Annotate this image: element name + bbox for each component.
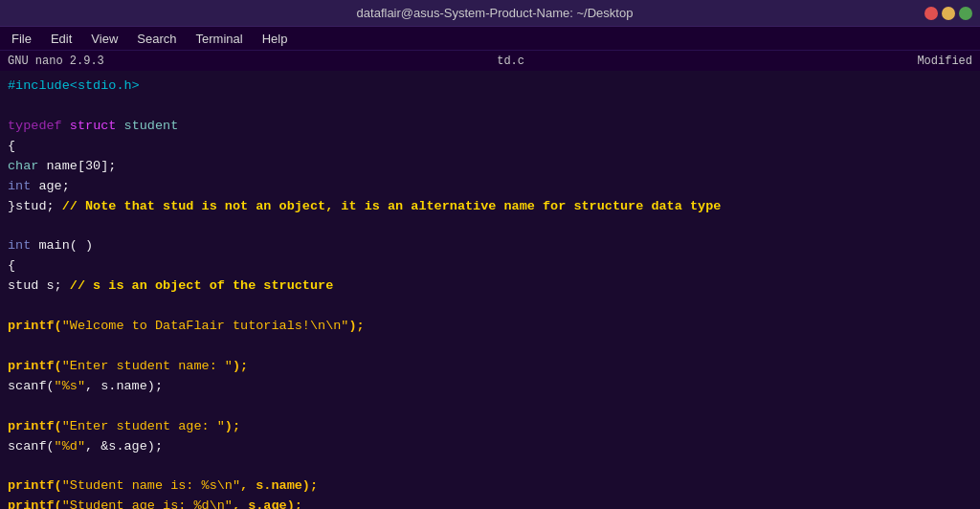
code-line: #include<stdio.h> — [8, 77, 972, 97]
code-token: age; — [31, 179, 70, 193]
code-line — [8, 216, 972, 236]
code-token: int — [8, 238, 31, 253]
close-button[interactable] — [924, 7, 938, 20]
code-token: ); — [348, 319, 364, 333]
code-line: { — [8, 256, 972, 277]
code-line: char name[30]; — [8, 157, 972, 177]
code-token: #include<stdio.h> — [8, 78, 140, 93]
code-line: printf("Enter student age: "); — [8, 417, 972, 437]
code-token: "Welcome to DataFlair tutorials!\n\n" — [62, 319, 349, 333]
menu-item-view[interactable]: View — [83, 30, 125, 48]
code-token: printf( — [8, 498, 62, 509]
menu-item-terminal[interactable]: Terminal — [189, 30, 251, 48]
nano-version: GNU nano 2.9.3 — [8, 55, 104, 68]
code-token: } — [8, 199, 15, 213]
code-token: student — [124, 119, 179, 133]
code-token: stud; — [15, 199, 62, 213]
menubar: FileEditViewSearchTerminalHelp — [0, 27, 980, 50]
code-line: printf("Enter student name: "); — [8, 357, 972, 377]
code-line: printf("Welcome to DataFlair tutorials!\… — [8, 317, 972, 337]
code-token: "Student name is: %s\n" — [62, 478, 240, 493]
menu-item-search[interactable]: Search — [129, 30, 184, 48]
code-token: { — [8, 258, 15, 273]
code-line: scanf("%s", s.name); — [8, 377, 972, 397]
code-line: int age; — [8, 177, 972, 197]
maximize-button[interactable] — [959, 7, 972, 20]
code-token: "Student age is: %d\n" — [62, 498, 233, 509]
code-token: typedef — [8, 119, 62, 133]
window-title: dataflair@asus-System-Product-Name: ~/De… — [65, 6, 924, 20]
code-token: { — [8, 139, 15, 153]
code-line — [8, 457, 972, 477]
code-token: printf( — [8, 419, 62, 433]
code-token: // Note that stud is not an object, it i… — [62, 199, 722, 213]
code-token: scanf( — [8, 439, 55, 454]
code-editor[interactable]: #include<stdio.h> typedef struct student… — [0, 71, 980, 509]
code-token: , s.name); — [85, 379, 163, 393]
code-line — [8, 397, 972, 417]
nano-filename: td.c — [104, 55, 918, 68]
code-line: typedef struct student — [8, 117, 972, 137]
code-line — [8, 297, 972, 317]
code-token — [62, 119, 70, 133]
code-line: scanf("%d", &s.age); — [8, 437, 972, 457]
code-line: printf("Student age is: %d\n", s.age); — [8, 497, 972, 509]
code-token: ); — [225, 419, 240, 433]
nano-status-bar: GNU nano 2.9.3 td.c Modified — [0, 50, 980, 71]
code-token: , s.age); — [233, 498, 302, 509]
code-token: char — [8, 159, 38, 173]
code-token: stud s; — [8, 278, 70, 293]
code-token: int — [8, 179, 31, 193]
code-token: struct — [70, 119, 117, 133]
code-token: printf( — [8, 359, 62, 373]
code-token: name[30]; — [38, 159, 116, 173]
code-token: "%s" — [55, 379, 85, 393]
code-line — [8, 337, 972, 357]
code-line: stud s; // s is an object of the structu… — [8, 277, 972, 297]
titlebar: dataflair@asus-System-Product-Name: ~/De… — [0, 0, 980, 27]
code-token: printf( — [8, 478, 62, 493]
menu-item-help[interactable]: Help — [255, 30, 296, 48]
code-token: "Enter student age: " — [62, 419, 225, 433]
code-line: { — [8, 137, 972, 157]
code-token: printf( — [8, 319, 62, 333]
code-token: , &s.age); — [85, 439, 163, 454]
code-token: main( ) — [31, 238, 93, 253]
code-token — [116, 119, 123, 133]
code-token: // s is an object of the structure — [70, 278, 333, 293]
code-line: }stud; // Note that stud is not an objec… — [8, 197, 972, 217]
code-line — [8, 97, 972, 117]
window-controls[interactable] — [924, 7, 972, 20]
menu-item-edit[interactable]: Edit — [43, 30, 79, 48]
code-token: "Enter student name: " — [62, 359, 233, 373]
minimize-button[interactable] — [942, 7, 955, 20]
code-line: printf("Student name is: %s\n", s.name); — [8, 476, 972, 497]
menu-item-file[interactable]: File — [4, 30, 39, 48]
code-token: scanf( — [8, 379, 55, 393]
code-token: ); — [233, 359, 248, 373]
code-token: , s.name); — [240, 478, 318, 493]
code-line: int main( ) — [8, 236, 972, 256]
code-token: "%d" — [55, 439, 85, 454]
nano-modified: Modified — [917, 55, 972, 68]
